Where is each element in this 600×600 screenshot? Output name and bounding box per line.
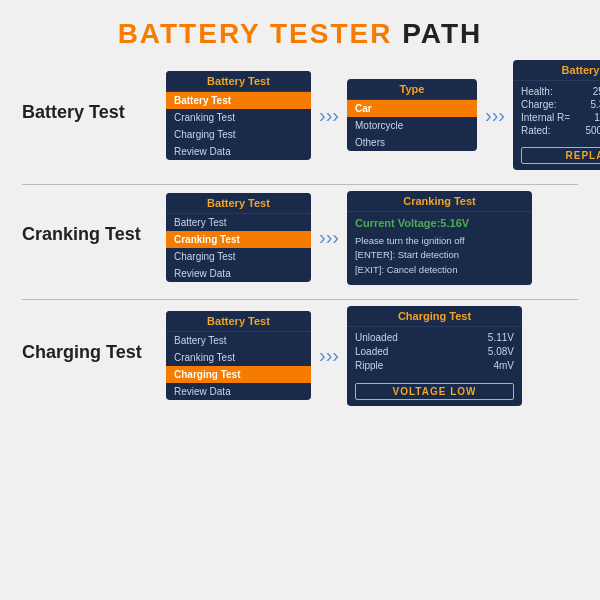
charge-row-ripple: Ripple 4mV <box>355 360 514 371</box>
charge-row-unloaded: Unloaded 5.11V <box>355 332 514 343</box>
replace-button[interactable]: REPLACE <box>521 147 600 164</box>
charging-result-content: Unloaded 5.11V Loaded 5.08V Ripple 4mV <box>347 327 522 379</box>
result-row-rated: Rated: 500A CCA <box>521 125 600 136</box>
type-others[interactable]: Others <box>347 134 477 151</box>
cranking-test-row: Battery Test Battery Test Cranking Test … <box>166 191 532 285</box>
charging-test-menu: Battery Test Battery Test Cranking Test … <box>166 311 311 400</box>
charging-menu-header: Battery Test <box>166 311 311 332</box>
battery-result-box: Battery Test Health: 25A 0% Charge: 5.33… <box>513 60 600 170</box>
menu-item-battery-test[interactable]: Battery Test <box>166 92 311 109</box>
menu-item-review-data[interactable]: Review Data <box>166 143 311 160</box>
crank-instructions: Please turn the ignition off [ENTER]: St… <box>355 234 524 277</box>
charging-test-label: Charging Test <box>22 342 152 363</box>
cranking-result-content: Current Voltage:5.16V Please turn the ig… <box>347 212 532 285</box>
arrow-icon-4: ››› <box>319 344 339 367</box>
menu-item-cranking-test[interactable]: Cranking Test <box>166 109 311 126</box>
crank-menu-battery-test[interactable]: Battery Test <box>166 214 311 231</box>
arrow-icon-1: ››› <box>319 104 339 127</box>
cranking-test-label: Cranking Test <box>22 224 152 245</box>
type-box: Type Car Motorcycle Others <box>347 79 477 151</box>
type-motorcycle[interactable]: Motorcycle <box>347 117 477 134</box>
crank-menu-review-data[interactable]: Review Data <box>166 265 311 282</box>
cranking-result-box: Cranking Test Current Voltage:5.16V Plea… <box>347 191 532 285</box>
charge-menu-charging-test[interactable]: Charging Test <box>166 366 311 383</box>
battery-test-row: Battery Test Battery Test Cranking Test … <box>166 60 600 170</box>
charging-test-section: Charging Test Battery Test Battery Test … <box>22 306 578 406</box>
divider-1 <box>22 184 578 185</box>
cranking-result-header: Cranking Test <box>347 191 532 212</box>
charge-menu-cranking-test[interactable]: Cranking Test <box>166 349 311 366</box>
charge-menu-review-data[interactable]: Review Data <box>166 383 311 400</box>
result-row-health: Health: 25A 0% <box>521 86 600 97</box>
result-row-internal: Internal R= 117.50 mΩ <box>521 112 600 123</box>
cranking-test-menu: Battery Test Battery Test Cranking Test … <box>166 193 311 282</box>
crank-menu-cranking-test[interactable]: Cranking Test <box>166 231 311 248</box>
battery-test-menu-header: Battery Test <box>166 71 311 92</box>
crank-menu-charging-test[interactable]: Charging Test <box>166 248 311 265</box>
type-car[interactable]: Car <box>347 100 477 117</box>
charging-test-row: Battery Test Battery Test Cranking Test … <box>166 306 522 406</box>
charging-result-header: Charging Test <box>347 306 522 327</box>
charge-menu-battery-test[interactable]: Battery Test <box>166 332 311 349</box>
result-row-charge: Charge: 5.33V 0% <box>521 99 600 110</box>
cranking-menu-header: Battery Test <box>166 193 311 214</box>
battery-test-menu: Battery Test Battery Test Cranking Test … <box>166 71 311 160</box>
cranking-test-section: Cranking Test Battery Test Battery Test … <box>22 191 578 285</box>
menu-item-charging-test[interactable]: Charging Test <box>166 126 311 143</box>
charge-row-loaded: Loaded 5.08V <box>355 346 514 357</box>
crank-voltage: Current Voltage:5.16V <box>355 217 524 229</box>
battery-result-content: Health: 25A 0% Charge: 5.33V 0% Internal… <box>513 81 600 143</box>
battery-test-section: Battery Test Battery Test Battery Test C… <box>22 60 578 170</box>
arrow-icon-2: ››› <box>485 104 505 127</box>
page-title: BATTERY TESTER PATH <box>22 18 578 50</box>
battery-test-label: Battery Test <box>22 102 152 123</box>
voltage-low-button[interactable]: VOLTAGE LOW <box>355 383 514 400</box>
arrow-icon-3: ››› <box>319 226 339 249</box>
battery-result-header: Battery Test <box>513 60 600 81</box>
charging-result-box: Charging Test Unloaded 5.11V Loaded 5.08… <box>347 306 522 406</box>
type-header: Type <box>347 79 477 100</box>
divider-2 <box>22 299 578 300</box>
